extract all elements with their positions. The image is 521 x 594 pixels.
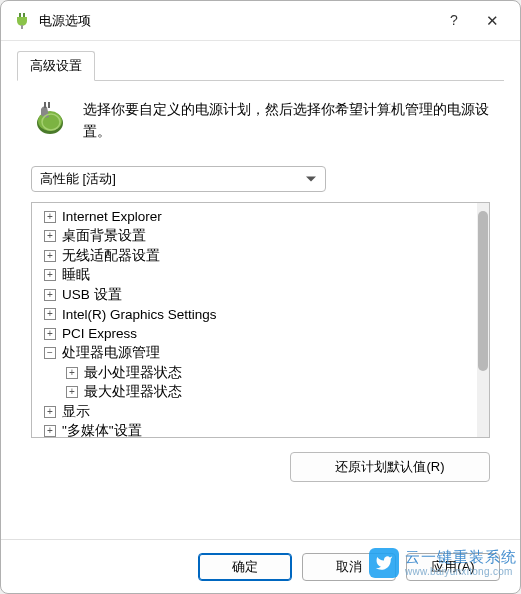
- tree-item[interactable]: −处理器电源管理: [34, 344, 487, 364]
- tree-item-label: 处理器电源管理: [62, 344, 160, 362]
- tree-item-label: "多媒体"设置: [62, 422, 142, 438]
- expand-icon[interactable]: +: [44, 211, 56, 223]
- tree-item[interactable]: +最小处理器状态: [34, 363, 487, 383]
- tree-item[interactable]: +桌面背景设置: [34, 227, 487, 247]
- expand-icon[interactable]: +: [66, 367, 78, 379]
- apply-button[interactable]: 应用(A): [406, 553, 500, 581]
- svg-rect-0: [19, 13, 21, 17]
- intro-text: 选择你要自定义的电源计划，然后选择你希望计算机管理的电源设置。: [83, 99, 490, 142]
- content-area: 高级设置 选择你要自定义的电源计划，然后选择你希望计算机管理的电源设置。: [1, 41, 520, 539]
- tree-item-label: 最小处理器状态: [84, 364, 182, 382]
- cancel-button[interactable]: 取消: [302, 553, 396, 581]
- power-plug-icon: [13, 12, 31, 30]
- expand-icon[interactable]: +: [44, 308, 56, 320]
- expand-icon[interactable]: +: [44, 250, 56, 262]
- svg-rect-6: [48, 102, 50, 108]
- tree-item-label: Internet Explorer: [62, 209, 162, 224]
- tree-item[interactable]: +Intel(R) Graphics Settings: [34, 305, 487, 325]
- tree-item[interactable]: +最大处理器状态: [34, 383, 487, 403]
- expand-icon[interactable]: +: [66, 386, 78, 398]
- power-options-dialog: 电源选项 ? ✕ 高级设置: [0, 0, 521, 594]
- tabstrip: 高级设置: [17, 51, 504, 81]
- tree-item[interactable]: +Internet Explorer: [34, 207, 487, 227]
- close-button[interactable]: ✕: [482, 12, 502, 30]
- tree-scrollbar[interactable]: [477, 203, 489, 437]
- tree-item-label: 显示: [62, 403, 90, 421]
- dialog-footer: 确定 取消 应用(A): [1, 539, 520, 593]
- expand-icon[interactable]: +: [44, 406, 56, 418]
- tree-item[interactable]: +"多媒体"设置: [34, 422, 487, 439]
- svg-rect-5: [44, 102, 46, 108]
- tree-item-label: USB 设置: [62, 286, 122, 304]
- titlebar-buttons: ? ✕: [444, 12, 502, 30]
- restore-defaults-button[interactable]: 还原计划默认值(R): [290, 452, 490, 482]
- tree-item-label: Intel(R) Graphics Settings: [62, 307, 217, 322]
- tree-item-label: 无线适配器设置: [62, 247, 160, 265]
- svg-rect-1: [23, 13, 25, 17]
- titlebar: 电源选项 ? ✕: [1, 1, 520, 41]
- power-battery-icon: [31, 99, 69, 137]
- expand-icon[interactable]: +: [44, 425, 56, 437]
- svg-rect-2: [21, 25, 23, 29]
- settings-tree: +Internet Explorer+桌面背景设置+无线适配器设置+睡眠+USB…: [31, 202, 490, 438]
- tree-item[interactable]: +PCI Express: [34, 324, 487, 344]
- intro-row: 选择你要自定义的电源计划，然后选择你希望计算机管理的电源设置。: [31, 99, 490, 142]
- help-button[interactable]: ?: [444, 12, 464, 30]
- tree-item-label: PCI Express: [62, 326, 137, 341]
- tab-panel: 选择你要自定义的电源计划，然后选择你希望计算机管理的电源设置。 高性能 [活动]…: [17, 81, 504, 529]
- tree-item-label: 睡眠: [62, 266, 90, 284]
- power-plan-dropdown[interactable]: 高性能 [活动]: [31, 166, 326, 192]
- tree-item-label: 桌面背景设置: [62, 227, 146, 245]
- restore-row: 还原计划默认值(R): [31, 452, 490, 482]
- tree-item[interactable]: +无线适配器设置: [34, 246, 487, 266]
- power-plan-selected: 高性能 [活动]: [40, 170, 116, 188]
- expand-icon[interactable]: +: [44, 289, 56, 301]
- tree-item-label: 最大处理器状态: [84, 383, 182, 401]
- scrollbar-thumb[interactable]: [478, 211, 488, 371]
- ok-button[interactable]: 确定: [198, 553, 292, 581]
- expand-icon[interactable]: +: [44, 328, 56, 340]
- expand-icon[interactable]: +: [44, 269, 56, 281]
- tree-item[interactable]: +显示: [34, 402, 487, 422]
- tab-advanced-settings[interactable]: 高级设置: [17, 51, 95, 81]
- tree-item[interactable]: +USB 设置: [34, 285, 487, 305]
- tree-item[interactable]: +睡眠: [34, 266, 487, 286]
- collapse-icon[interactable]: −: [44, 347, 56, 359]
- expand-icon[interactable]: +: [44, 230, 56, 242]
- window-title: 电源选项: [39, 12, 444, 30]
